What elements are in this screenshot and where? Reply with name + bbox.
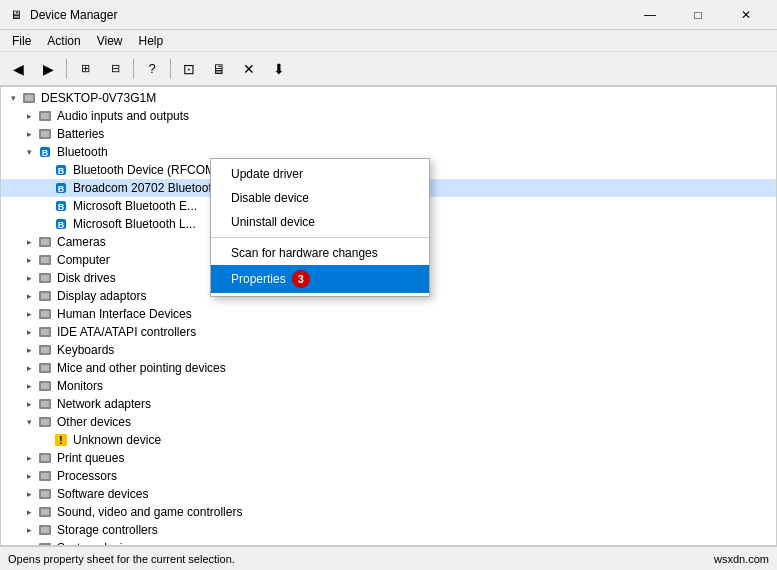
tree-item-ide[interactable]: ▸IDE ATA/ATAPI controllers <box>1 323 776 341</box>
tree-toggle[interactable]: ▸ <box>21 270 37 286</box>
tree-icon-hid <box>37 306 53 322</box>
tree-toggle[interactable] <box>37 216 53 232</box>
svg-rect-31 <box>41 365 49 371</box>
tree-item-printq[interactable]: ▸Print queues <box>1 449 776 467</box>
context-menu-label-uninstall: Uninstall device <box>231 215 315 229</box>
tree-toggle[interactable]: ▾ <box>21 414 37 430</box>
tree-toggle[interactable]: ▸ <box>21 108 37 124</box>
tree-toggle[interactable]: ▸ <box>21 252 37 268</box>
tree-label-ide: IDE ATA/ATAPI controllers <box>57 325 196 339</box>
menu-item-view[interactable]: View <box>89 32 131 50</box>
tree-item-audio[interactable]: ▸Audio inputs and outputs <box>1 107 776 125</box>
tree-toggle[interactable]: ▾ <box>21 144 37 160</box>
scan-button[interactable]: ⬇ <box>265 56 293 82</box>
tree-label-bluetooth: Bluetooth <box>57 145 108 159</box>
tree-item-storage[interactable]: ▸Storage controllers <box>1 521 776 539</box>
menu-item-action[interactable]: Action <box>39 32 88 50</box>
tree-toggle[interactable]: ▸ <box>21 450 37 466</box>
computer-button[interactable]: 🖥 <box>205 56 233 82</box>
tree-item-monitors[interactable]: ▸Monitors <box>1 377 776 395</box>
menu-item-help[interactable]: Help <box>131 32 172 50</box>
status-right: wsxdn.com <box>714 553 769 565</box>
tree-icon-keyboards <box>37 342 53 358</box>
tree-toggle[interactable]: ▾ <box>5 90 21 106</box>
tree-toggle[interactable] <box>37 180 53 196</box>
context-menu-label-disable: Disable device <box>231 191 309 205</box>
tree-toggle[interactable]: ▸ <box>21 522 37 538</box>
svg-rect-17 <box>41 239 49 245</box>
expand-button[interactable]: ⊞ <box>71 56 99 82</box>
tree-icon-monitors <box>37 378 53 394</box>
properties-button[interactable]: ⊡ <box>175 56 203 82</box>
tree-item-hid[interactable]: ▸Human Interface Devices <box>1 305 776 323</box>
toolbar: ◀ ▶ ⊞ ⊟ ? ⊡ 🖥 ✕ ⬇ <box>0 52 777 86</box>
tree-toggle[interactable] <box>37 198 53 214</box>
tree-item-procs[interactable]: ▸Processors <box>1 467 776 485</box>
uninstall-button[interactable]: ✕ <box>235 56 263 82</box>
tree-toggle[interactable]: ▸ <box>21 360 37 376</box>
minimize-button[interactable]: — <box>627 0 673 30</box>
tree-toggle[interactable]: ▸ <box>21 504 37 520</box>
tree-item-unknown[interactable]: !Unknown device <box>1 431 776 449</box>
context-menu-item-scan[interactable]: Scan for hardware changes <box>211 241 429 265</box>
context-menu-item-uninstall[interactable]: Uninstall device <box>211 210 429 234</box>
help-button[interactable]: ? <box>138 56 166 82</box>
tree-item-root[interactable]: ▾DESKTOP-0V73G1M <box>1 89 776 107</box>
status-bar: Opens property sheet for the current sel… <box>0 546 777 570</box>
tree-toggle[interactable]: ▸ <box>21 378 37 394</box>
tree-toggle[interactable] <box>37 162 53 178</box>
tree-icon-network <box>37 396 53 412</box>
collapse-button[interactable]: ⊟ <box>101 56 129 82</box>
tree-label-mice: Mice and other pointing devices <box>57 361 226 375</box>
tree-toggle[interactable]: ▸ <box>21 324 37 340</box>
tree-toggle[interactable]: ▸ <box>21 342 37 358</box>
tree-toggle[interactable]: ▸ <box>21 486 37 502</box>
tree-toggle[interactable]: ▸ <box>21 234 37 250</box>
tree-item-sound[interactable]: ▸Sound, video and game controllers <box>1 503 776 521</box>
svg-rect-25 <box>41 311 49 317</box>
context-menu-label-scan: Scan for hardware changes <box>231 246 378 260</box>
tree-label-ms-bt-e: Microsoft Bluetooth E... <box>73 199 197 213</box>
tree-icon-storage <box>37 522 53 538</box>
svg-rect-1 <box>25 95 33 101</box>
svg-rect-37 <box>41 419 49 425</box>
back-button[interactable]: ◀ <box>4 56 32 82</box>
tree-toggle[interactable]: ▸ <box>21 540 37 546</box>
context-menu-item-disable[interactable]: Disable device <box>211 186 429 210</box>
tree-item-network[interactable]: ▸Network adapters <box>1 395 776 413</box>
tree-toggle[interactable]: ▸ <box>21 468 37 484</box>
tree-icon-sound <box>37 504 53 520</box>
tree-label-root: DESKTOP-0V73G1M <box>41 91 156 105</box>
tree-toggle[interactable]: ▸ <box>21 306 37 322</box>
close-button[interactable]: ✕ <box>723 0 769 30</box>
tree-item-software[interactable]: ▸Software devices <box>1 485 776 503</box>
tree-item-batteries[interactable]: ▸Batteries <box>1 125 776 143</box>
context-menu-item-properties[interactable]: Properties3 <box>211 265 429 293</box>
tree-toggle[interactable]: ▸ <box>21 126 37 142</box>
tree-item-other[interactable]: ▾Other devices <box>1 413 776 431</box>
context-menu-separator <box>211 237 429 238</box>
tree-item-keyboards[interactable]: ▸Keyboards <box>1 341 776 359</box>
tree-icon-printq <box>37 450 53 466</box>
svg-rect-19 <box>41 257 49 263</box>
tree-toggle[interactable]: ▸ <box>21 288 37 304</box>
tree-icon-unknown: ! <box>53 432 69 448</box>
tree-item-system[interactable]: ▸System devices <box>1 539 776 546</box>
tree-label-batteries: Batteries <box>57 127 104 141</box>
device-tree[interactable]: ▾DESKTOP-0V73G1M▸Audio inputs and output… <box>0 86 777 546</box>
menu-item-file[interactable]: File <box>4 32 39 50</box>
tree-label-software: Software devices <box>57 487 148 501</box>
maximize-button[interactable]: □ <box>675 0 721 30</box>
tree-toggle[interactable]: ▸ <box>21 396 37 412</box>
tree-label-printq: Print queues <box>57 451 124 465</box>
svg-text:B: B <box>58 184 65 194</box>
svg-rect-33 <box>41 383 49 389</box>
tree-label-unknown: Unknown device <box>73 433 161 447</box>
context-menu-item-update[interactable]: Update driver <box>211 162 429 186</box>
svg-rect-23 <box>41 293 49 299</box>
tree-toggle[interactable] <box>37 432 53 448</box>
tree-item-mice[interactable]: ▸Mice and other pointing devices <box>1 359 776 377</box>
context-menu-label-update: Update driver <box>231 167 303 181</box>
svg-rect-3 <box>41 113 49 119</box>
forward-button[interactable]: ▶ <box>34 56 62 82</box>
